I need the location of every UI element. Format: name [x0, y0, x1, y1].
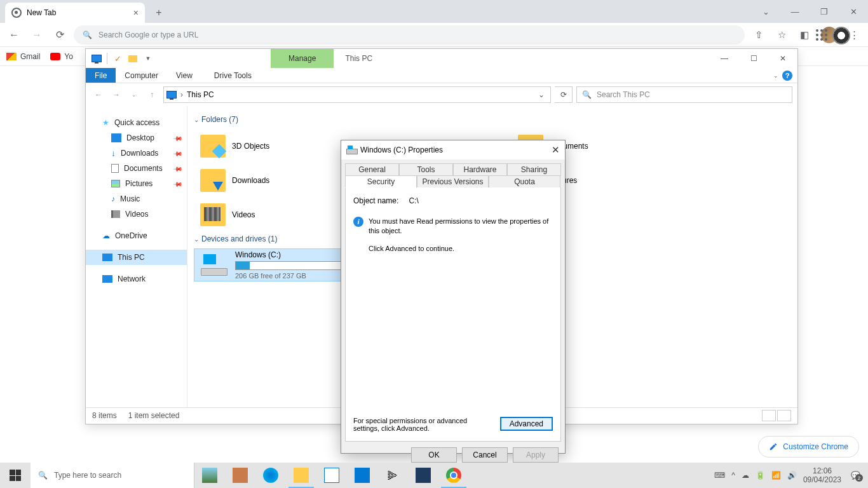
chrome-dropdown-icon[interactable]: ⌄ [751, 0, 780, 23]
tab-strip: New Tab × + ⌄ — ❐ ✕ [0, 0, 868, 23]
explorer-maximize-button[interactable]: ☐ [739, 49, 768, 68]
explorer-minimize-button[interactable]: — [710, 49, 739, 68]
customize-chrome-button[interactable]: Customize Chrome [758, 436, 859, 458]
sidebar-downloads[interactable]: ↓Downloads📌 [86, 146, 187, 161]
tab-previous-versions[interactable]: Previous Versions [417, 175, 489, 188]
tray-battery-icon[interactable]: 🔋 [756, 471, 765, 480]
object-name-value: C:\ [409, 196, 418, 205]
bookmark-star-icon[interactable]: ☆ [773, 26, 790, 44]
ribbon-collapse-icon[interactable]: ⌄ [773, 72, 778, 79]
tray-keyboard-icon[interactable]: ⌨ [714, 471, 725, 480]
tab-sharing[interactable]: Sharing [507, 163, 561, 176]
computer-tab[interactable]: Computer [116, 68, 167, 83]
star-icon: ★ [102, 118, 109, 127]
bookmark-gmail[interactable]: Gmail [6, 52, 40, 61]
tray-show-hidden-icon[interactable]: ^ [731, 471, 735, 480]
sidebar-onedrive[interactable]: ☁OneDrive [86, 228, 187, 243]
tab-tools[interactable]: Tools [399, 163, 453, 176]
tray-clock[interactable]: 12:06 09/04/2023 [803, 466, 841, 485]
sidebar-this-pc[interactable]: This PC [86, 250, 187, 265]
chrome-window-controls: ⌄ — ❐ ✕ [751, 0, 868, 23]
taskbar-chrome[interactable] [438, 463, 469, 488]
taskbar-dropbox[interactable]: ⫸ [377, 463, 408, 488]
nav-back-button[interactable]: ← [91, 87, 106, 102]
advanced-button[interactable]: Advanced [500, 417, 553, 431]
address-dropdown-icon[interactable]: ⌄ [535, 90, 548, 99]
sidebar-music[interactable]: ♪Music [86, 191, 187, 207]
cancel-button[interactable]: Cancel [462, 447, 508, 463]
close-tab-icon[interactable]: × [133, 8, 139, 18]
tab-quota[interactable]: Quota [489, 175, 560, 188]
nav-forward-button[interactable]: → [109, 87, 124, 102]
properties-dialog: Windows (C:) Properties ✕ General Tools … [341, 140, 566, 454]
back-button[interactable]: ← [5, 26, 23, 44]
side-panel-icon[interactable]: ◧ [796, 26, 813, 44]
view-tab[interactable]: View [167, 68, 201, 83]
sidebar-videos[interactable]: Videos [86, 207, 187, 222]
folder-downloads[interactable]: Downloads [191, 163, 350, 198]
cloud-icon: ☁ [102, 231, 110, 240]
chrome-maximize-button[interactable]: ❐ [810, 0, 839, 23]
explorer-close-button[interactable]: ✕ [768, 49, 797, 68]
dialog-close-button[interactable]: ✕ [552, 144, 560, 156]
pin-icon: 📌 [173, 133, 183, 143]
reload-button[interactable]: ⟳ [51, 26, 69, 44]
new-folder-qat-icon[interactable] [126, 51, 140, 65]
apps-grid-icon[interactable] [816, 29, 827, 41]
file-tab[interactable]: File [86, 68, 116, 83]
taskbar-mail[interactable] [347, 463, 377, 488]
nav-up-button[interactable]: ↑ [144, 87, 159, 102]
ok-button[interactable]: OK [411, 447, 457, 463]
address-bar[interactable]: 🔍 Search Google or type a URL [74, 25, 745, 44]
properties-qat-icon[interactable]: ✓ [111, 51, 125, 65]
chrome-close-button[interactable]: ✕ [839, 0, 868, 23]
taskbar-taskview[interactable] [225, 463, 255, 488]
large-icons-view-button[interactable] [777, 410, 791, 421]
sidebar-network[interactable]: Network [86, 271, 187, 287]
tray-volume-icon[interactable]: 🔊 [787, 471, 797, 480]
start-button[interactable] [0, 463, 31, 488]
pin-icon: 📌 [173, 163, 183, 173]
tab-security[interactable]: Security [345, 175, 417, 188]
taskbar-edge[interactable] [255, 463, 286, 488]
search-icon: 🔍 [83, 30, 92, 39]
bookmark-youtube[interactable]: Yo [50, 52, 73, 61]
new-tab-button[interactable]: + [150, 4, 168, 22]
explorer-titlebar[interactable]: ✓ ▼ Manage This PC — ☐ ✕ [86, 49, 797, 68]
chrome-minimize-button[interactable]: — [780, 0, 810, 23]
computer-icon[interactable] [90, 51, 104, 65]
taskbar-weather[interactable] [194, 463, 225, 488]
sidebar-documents[interactable]: Documents📌 [86, 161, 187, 176]
folders-section-header[interactable]: ⌄Folders (7) [191, 112, 797, 129]
folder-3d-objects[interactable]: 3D Objects [191, 129, 350, 163]
gmail-icon [6, 53, 17, 60]
drive-tools-tab[interactable]: Drive Tools [205, 68, 261, 83]
browser-tab[interactable]: New Tab × [5, 3, 145, 23]
refresh-button[interactable]: ⟳ [555, 86, 573, 103]
taskbar-app[interactable] [408, 463, 438, 488]
tab-hardware[interactable]: Hardware [453, 163, 507, 176]
google-account-avatar[interactable] [832, 27, 850, 44]
folder-videos[interactable]: Videos [191, 198, 350, 232]
taskbar-store[interactable] [316, 463, 347, 488]
details-view-button[interactable] [762, 410, 776, 421]
explorer-search[interactable]: 🔍 Search This PC [576, 86, 792, 103]
properties-titlebar[interactable]: Windows (C:) Properties ✕ [341, 140, 565, 159]
manage-contextual-tab[interactable]: Manage [271, 49, 334, 68]
tray-onedrive-icon[interactable]: ☁ [742, 471, 749, 480]
breadcrumb-bar[interactable]: › This PC ⌄ [163, 86, 551, 103]
sidebar-quick-access[interactable]: ★Quick access [86, 115, 187, 130]
apply-button[interactable]: Apply [513, 447, 559, 463]
help-icon[interactable]: ? [782, 71, 792, 81]
forward-button[interactable]: → [28, 26, 46, 44]
notification-center-icon[interactable]: 💬2 [848, 468, 863, 483]
tab-general[interactable]: General [345, 163, 399, 176]
qat-dropdown-icon[interactable]: ▼ [141, 51, 155, 65]
share-icon[interactable]: ⇧ [750, 26, 768, 44]
tray-wifi-icon[interactable]: 📶 [771, 471, 781, 480]
nav-history-dropdown[interactable]: ⌄ [126, 87, 142, 102]
sidebar-desktop[interactable]: Desktop📌 [86, 130, 187, 146]
taskbar-search[interactable]: 🔍Type here to search [31, 463, 194, 488]
taskbar-explorer[interactable] [286, 463, 316, 488]
sidebar-pictures[interactable]: Pictures📌 [86, 176, 187, 191]
